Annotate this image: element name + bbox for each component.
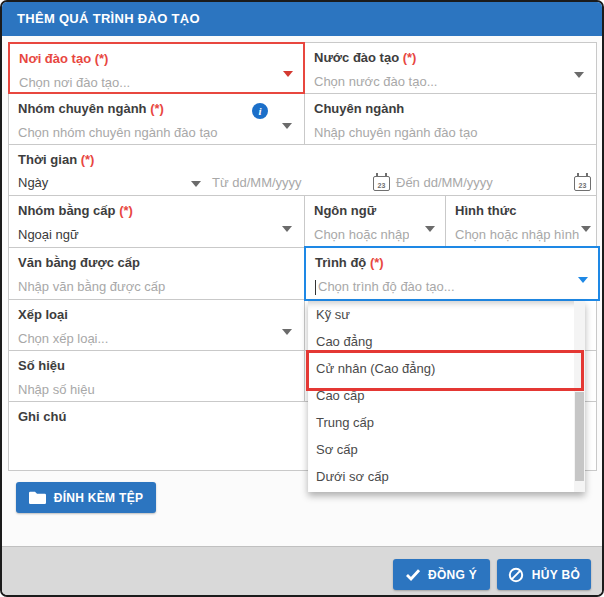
cancel-button[interactable]: HỦY BỎ <box>497 559 591 590</box>
select-value: Ngoại ngữ <box>18 227 295 242</box>
dropdown-option[interactable]: Dưới sơ cấp <box>308 463 574 490</box>
select-placeholder: Chọn hoặc nhập... <box>314 227 409 242</box>
caret-down-icon <box>282 329 292 335</box>
field-nhom-chuyen-nganh[interactable]: Nhóm chuyên ngành (*) Chọn nhóm chuyên n… <box>8 93 305 145</box>
label-text: Nước đào tạo <box>314 50 399 65</box>
caret-down-icon <box>283 71 293 77</box>
required-mark: (*) <box>119 203 133 218</box>
trinh-do-dropdown-list: Kỹ sư Cao đẳng Cử nhân (Cao đẳng) Cao cấ… <box>308 301 585 492</box>
field-thoi-gian: Thời gian (*) Ngày Từ dd/MM/yyyy 23 Đến … <box>8 144 597 196</box>
field-ngon-ngu[interactable]: Ngôn ngữ Chọn hoặc nhập... <box>304 195 446 248</box>
dialog-title: THÊM QUÁ TRÌNH ĐÀO TẠO <box>2 2 602 36</box>
select-placeholder: Chọn xếp loại... <box>18 331 295 346</box>
confirm-label: ĐỒNG Ý <box>428 568 477 582</box>
field-label: Số hiệu <box>18 358 295 373</box>
dropdown-scrollbar-thumb[interactable] <box>575 392 584 481</box>
attach-file-label: ĐÍNH KÈM TỆP <box>54 491 144 505</box>
caret-down-icon <box>581 226 591 232</box>
field-hinh-thuc[interactable]: Hình thức Chọn hoặc nhập hình <box>445 195 597 248</box>
label-text: Nhóm chuyên ngành <box>18 101 147 116</box>
field-label: Hình thức <box>455 203 587 218</box>
label-text: Trình độ <box>315 255 366 270</box>
label-text: Nhóm bằng cấp <box>18 203 116 218</box>
input-placeholder: Nhập văn bằng được cấp <box>18 279 295 294</box>
info-icon[interactable]: i <box>252 103 268 119</box>
text-cursor <box>315 280 316 295</box>
field-chuyen-nganh[interactable]: Chuyên ngành Nhập chuyên ngành đào tạo <box>304 93 597 145</box>
required-mark: (*) <box>150 101 164 116</box>
calendar-icon[interactable]: 23 <box>574 176 591 191</box>
input-placeholder: Nhập chuyên ngành đào tạo <box>314 125 587 140</box>
label-text: Nơi đào tạo <box>19 51 91 66</box>
field-label: Nước đào tạo (*) <box>314 50 587 65</box>
date-from-input[interactable]: Từ dd/MM/yyyy <box>212 175 302 190</box>
attach-file-button[interactable]: ĐÍNH KÈM TỆP <box>16 482 156 513</box>
field-label: Chuyên ngành <box>314 101 587 116</box>
folder-icon <box>29 491 46 504</box>
field-trinh-do[interactable]: Trình độ (*) Chọn trình độ đào tạo... <box>304 246 600 301</box>
check-icon <box>406 569 420 581</box>
calendar-icon[interactable]: 23 <box>373 176 390 191</box>
caret-down-icon <box>425 226 435 232</box>
date-to-input[interactable]: Đến dd/MM/yyyy <box>396 175 493 190</box>
cancel-icon <box>508 567 524 583</box>
required-mark: (*) <box>403 50 417 65</box>
caret-down-icon <box>282 123 292 129</box>
field-so-hieu[interactable]: Số hiệu Nhập số hiệu <box>8 350 305 402</box>
select-placeholder: Chọn hoặc nhập hình <box>455 227 580 242</box>
input-placeholder: Nhập số hiệu <box>18 382 295 397</box>
caret-down-icon <box>578 277 588 283</box>
cancel-label: HỦY BỎ <box>532 568 580 582</box>
select-placeholder: Chọn trình độ đào tạo... <box>315 279 589 295</box>
field-label: Nhóm bằng cấp (*) <box>18 203 295 218</box>
dropdown-scrollbar-track <box>574 301 585 492</box>
field-xep-loai[interactable]: Xếp loại Chọn xếp loại... <box>8 299 305 351</box>
field-label: Ngôn ngữ <box>314 203 436 218</box>
required-mark: (*) <box>370 255 384 270</box>
select-placeholder: Chọn nước đào tạo... <box>314 74 587 89</box>
field-label: Nơi đào tạo (*) <box>19 51 294 66</box>
confirm-button[interactable]: ĐỒNG Ý <box>393 559 490 590</box>
required-mark: (*) <box>81 152 95 167</box>
dropdown-option[interactable]: Sơ cấp <box>308 436 574 463</box>
field-label: Trình độ (*) <box>315 255 589 270</box>
dropdown-option[interactable]: Trung cấp <box>308 409 574 436</box>
field-label: Thời gian (*) <box>18 152 587 167</box>
field-label: Văn bằng được cấp <box>18 255 295 270</box>
caret-down-icon <box>282 226 292 232</box>
placeholder-text: Chọn trình độ đào tạo... <box>318 279 455 294</box>
time-unit-select[interactable]: Ngày <box>18 175 48 190</box>
calendar-day-glyph: 23 <box>374 181 389 190</box>
field-nhom-bang-cap[interactable]: Nhóm bằng cấp (*) Ngoại ngữ <box>8 195 305 248</box>
select-placeholder: Chọn nhóm chuyên ngành đào tạo <box>18 125 295 140</box>
select-placeholder: Chọn nơi đào tạo... <box>19 75 294 90</box>
highlight-annotation-box <box>306 350 584 391</box>
label-text: Thời gian <box>18 152 77 167</box>
calendar-day-glyph: 23 <box>575 181 590 190</box>
caret-down-icon <box>191 181 201 187</box>
field-nuoc-dao-tao[interactable]: Nước đào tạo (*) Chọn nước đào tạo... <box>304 42 597 94</box>
required-mark: (*) <box>95 51 109 66</box>
field-van-bang-duoc-cap[interactable]: Văn bằng được cấp Nhập văn bằng được cấp <box>8 247 305 300</box>
field-noi-dao-tao[interactable]: Nơi đào tạo (*) Chọn nơi đào tạo... <box>8 42 305 94</box>
field-label: Xếp loại <box>18 307 295 322</box>
add-training-dialog: THÊM QUÁ TRÌNH ĐÀO TẠO Nơi đào tạo (*) C… <box>0 0 604 597</box>
dropdown-option[interactable]: Kỹ sư <box>308 301 574 328</box>
caret-down-icon <box>574 72 584 78</box>
